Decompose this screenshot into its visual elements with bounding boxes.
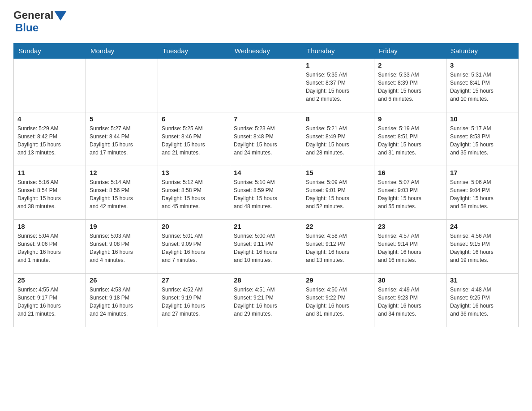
- logo-triangle-icon: [54, 11, 67, 21]
- logo-general-text: General: [13, 9, 53, 21]
- day-info: Sunrise: 5:01 AM Sunset: 9:09 PM Dayligh…: [162, 232, 226, 264]
- calendar-day-12: 12Sunrise: 5:14 AM Sunset: 8:56 PM Dayli…: [86, 166, 158, 220]
- day-number: 8: [306, 115, 370, 123]
- day-info: Sunrise: 4:51 AM Sunset: 9:21 PM Dayligh…: [234, 286, 298, 318]
- logo: General Blue: [13, 9, 67, 34]
- day-number: 31: [450, 276, 515, 284]
- calendar-day-9: 9Sunrise: 5:19 AM Sunset: 8:51 PM Daylig…: [374, 112, 446, 166]
- calendar-day-10: 10Sunrise: 5:17 AM Sunset: 8:53 PM Dayli…: [446, 112, 519, 166]
- calendar-day-26: 26Sunrise: 4:53 AM Sunset: 9:18 PM Dayli…: [86, 274, 158, 327]
- calendar-header-friday: Friday: [374, 43, 446, 59]
- day-info: Sunrise: 5:09 AM Sunset: 9:01 PM Dayligh…: [306, 178, 370, 210]
- day-info: Sunrise: 5:03 AM Sunset: 9:08 PM Dayligh…: [90, 232, 154, 264]
- day-info: Sunrise: 5:29 AM Sunset: 8:42 PM Dayligh…: [17, 124, 82, 157]
- day-number: 4: [17, 115, 82, 123]
- calendar-day-8: 8Sunrise: 5:21 AM Sunset: 8:49 PM Daylig…: [302, 112, 374, 166]
- calendar-day-21: 21Sunrise: 5:00 AM Sunset: 9:11 PM Dayli…: [230, 220, 302, 274]
- calendar-day-29: 29Sunrise: 4:50 AM Sunset: 9:22 PM Dayli…: [302, 274, 374, 327]
- day-info: Sunrise: 5:16 AM Sunset: 8:54 PM Dayligh…: [17, 178, 82, 210]
- calendar-header-thursday: Thursday: [302, 43, 374, 59]
- logo-blue-text: Blue: [15, 21, 39, 34]
- day-number: 20: [162, 223, 226, 230]
- calendar-day-23: 23Sunrise: 4:57 AM Sunset: 9:14 PM Dayli…: [374, 220, 446, 274]
- calendar-day-22: 22Sunrise: 4:58 AM Sunset: 9:12 PM Dayli…: [302, 220, 374, 274]
- day-number: 28: [234, 276, 298, 284]
- day-number: 30: [378, 276, 442, 284]
- day-number: 9: [378, 115, 442, 123]
- page-header: General Blue: [13, 9, 519, 34]
- day-info: Sunrise: 5:17 AM Sunset: 8:53 PM Dayligh…: [450, 124, 515, 157]
- day-number: 14: [234, 169, 298, 176]
- calendar-week-row: 25Sunrise: 4:55 AM Sunset: 9:17 PM Dayli…: [14, 274, 519, 327]
- calendar-header-wednesday: Wednesday: [230, 43, 302, 59]
- day-info: Sunrise: 5:21 AM Sunset: 8:49 PM Dayligh…: [306, 124, 370, 157]
- calendar-day-15: 15Sunrise: 5:09 AM Sunset: 9:01 PM Dayli…: [302, 166, 374, 220]
- day-number: 13: [162, 169, 226, 176]
- calendar-day-16: 16Sunrise: 5:07 AM Sunset: 9:03 PM Dayli…: [374, 166, 446, 220]
- calendar-day-27: 27Sunrise: 4:52 AM Sunset: 9:19 PM Dayli…: [158, 274, 230, 327]
- day-info: Sunrise: 4:58 AM Sunset: 9:12 PM Dayligh…: [306, 232, 370, 264]
- calendar-day-13: 13Sunrise: 5:12 AM Sunset: 8:58 PM Dayli…: [158, 166, 230, 220]
- calendar-header-row: SundayMondayTuesdayWednesdayThursdayFrid…: [14, 43, 519, 59]
- day-info: Sunrise: 5:00 AM Sunset: 9:11 PM Dayligh…: [234, 232, 298, 264]
- day-number: 18: [17, 223, 82, 230]
- day-info: Sunrise: 4:52 AM Sunset: 9:19 PM Dayligh…: [162, 286, 226, 318]
- day-number: 23: [378, 223, 442, 230]
- calendar-day-18: 18Sunrise: 5:04 AM Sunset: 9:06 PM Dayli…: [14, 220, 86, 274]
- calendar-week-row: 18Sunrise: 5:04 AM Sunset: 9:06 PM Dayli…: [14, 220, 519, 274]
- day-info: Sunrise: 5:23 AM Sunset: 8:48 PM Dayligh…: [234, 124, 298, 157]
- calendar-day-17: 17Sunrise: 5:06 AM Sunset: 9:04 PM Dayli…: [446, 166, 519, 220]
- calendar-day-6: 6Sunrise: 5:25 AM Sunset: 8:46 PM Daylig…: [158, 112, 230, 166]
- day-number: 12: [90, 169, 154, 176]
- calendar-day-20: 20Sunrise: 5:01 AM Sunset: 9:09 PM Dayli…: [158, 220, 230, 274]
- svg-marker-0: [54, 11, 67, 21]
- day-number: 17: [450, 169, 515, 176]
- day-info: Sunrise: 5:14 AM Sunset: 8:56 PM Dayligh…: [90, 178, 154, 210]
- calendar-day-2: 2Sunrise: 5:33 AM Sunset: 8:39 PM Daylig…: [374, 59, 446, 112]
- calendar-day-28: 28Sunrise: 4:51 AM Sunset: 9:21 PM Dayli…: [230, 274, 302, 327]
- day-number: 7: [234, 115, 298, 123]
- calendar-table: SundayMondayTuesdayWednesdayThursdayFrid…: [13, 43, 519, 327]
- day-info: Sunrise: 5:33 AM Sunset: 8:39 PM Dayligh…: [378, 71, 442, 103]
- day-info: Sunrise: 5:04 AM Sunset: 9:06 PM Dayligh…: [17, 232, 82, 264]
- day-number: 26: [90, 276, 154, 284]
- day-number: 22: [306, 223, 370, 230]
- calendar-week-row: 4Sunrise: 5:29 AM Sunset: 8:42 PM Daylig…: [14, 112, 519, 166]
- calendar-week-row: 11Sunrise: 5:16 AM Sunset: 8:54 PM Dayli…: [14, 166, 519, 220]
- day-info: Sunrise: 5:25 AM Sunset: 8:46 PM Dayligh…: [162, 124, 226, 157]
- day-number: 16: [378, 169, 442, 176]
- day-info: Sunrise: 5:27 AM Sunset: 8:44 PM Dayligh…: [90, 124, 154, 157]
- calendar-day-11: 11Sunrise: 5:16 AM Sunset: 8:54 PM Dayli…: [14, 166, 86, 220]
- day-number: 10: [450, 115, 515, 123]
- day-number: 24: [450, 223, 515, 230]
- calendar-day-3: 3Sunrise: 5:31 AM Sunset: 8:41 PM Daylig…: [446, 59, 519, 112]
- day-info: Sunrise: 4:49 AM Sunset: 9:23 PM Dayligh…: [378, 286, 442, 318]
- day-info: Sunrise: 5:07 AM Sunset: 9:03 PM Dayligh…: [378, 178, 442, 210]
- calendar-empty-cell: [86, 59, 158, 112]
- day-info: Sunrise: 4:50 AM Sunset: 9:22 PM Dayligh…: [306, 286, 370, 318]
- day-info: Sunrise: 4:56 AM Sunset: 9:15 PM Dayligh…: [450, 232, 515, 264]
- day-info: Sunrise: 5:12 AM Sunset: 8:58 PM Dayligh…: [162, 178, 226, 210]
- day-info: Sunrise: 5:19 AM Sunset: 8:51 PM Dayligh…: [378, 124, 442, 157]
- calendar-header-tuesday: Tuesday: [158, 43, 230, 59]
- day-number: 6: [162, 115, 226, 123]
- calendar-day-30: 30Sunrise: 4:49 AM Sunset: 9:23 PM Dayli…: [374, 274, 446, 327]
- day-number: 1: [306, 61, 370, 69]
- day-info: Sunrise: 4:55 AM Sunset: 9:17 PM Dayligh…: [17, 286, 82, 318]
- calendar-header-monday: Monday: [86, 43, 158, 59]
- day-info: Sunrise: 4:57 AM Sunset: 9:14 PM Dayligh…: [378, 232, 442, 264]
- day-info: Sunrise: 5:35 AM Sunset: 8:37 PM Dayligh…: [306, 71, 370, 103]
- day-number: 25: [17, 276, 82, 284]
- calendar-day-31: 31Sunrise: 4:48 AM Sunset: 9:25 PM Dayli…: [446, 274, 519, 327]
- calendar-day-25: 25Sunrise: 4:55 AM Sunset: 9:17 PM Dayli…: [14, 274, 86, 327]
- day-info: Sunrise: 5:10 AM Sunset: 8:59 PM Dayligh…: [234, 178, 298, 210]
- day-info: Sunrise: 5:06 AM Sunset: 9:04 PM Dayligh…: [450, 178, 515, 210]
- calendar-empty-cell: [14, 59, 86, 112]
- day-number: 29: [306, 276, 370, 284]
- day-number: 27: [162, 276, 226, 284]
- calendar-day-4: 4Sunrise: 5:29 AM Sunset: 8:42 PM Daylig…: [14, 112, 86, 166]
- calendar-day-14: 14Sunrise: 5:10 AM Sunset: 8:59 PM Dayli…: [230, 166, 302, 220]
- calendar-day-5: 5Sunrise: 5:27 AM Sunset: 8:44 PM Daylig…: [86, 112, 158, 166]
- calendar-day-24: 24Sunrise: 4:56 AM Sunset: 9:15 PM Dayli…: [446, 220, 519, 274]
- day-number: 5: [90, 115, 154, 123]
